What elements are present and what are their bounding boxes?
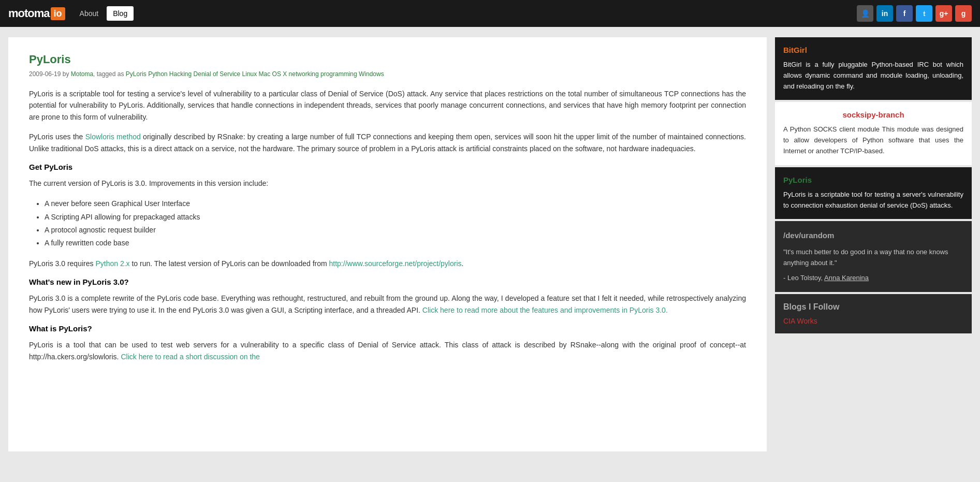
paragraph-1: PyLoris is a scriptable tool for testing… [29, 88, 746, 123]
widget-title-bitgirl: BitGirl [783, 46, 963, 54]
social-user-icon[interactable]: 👤 [857, 5, 873, 22]
social-facebook-icon[interactable]: f [896, 5, 913, 22]
paragraph-2: PyLoris uses the Slowloris method origin… [29, 131, 746, 154]
blogs-follow-title: Blogs I Follow [783, 302, 963, 312]
social-twitter-icon[interactable]: 𝔱 [916, 5, 932, 22]
social-linkedin-icon[interactable]: in [876, 5, 893, 22]
list-item: A protocol agnostic request builder [45, 224, 746, 237]
slowloris-read-link[interactable]: Click here to read a short discussion on… [121, 353, 259, 361]
post-meta: 2009-06-19 by Motoma, tagged as PyLoris … [29, 70, 746, 78]
social-icons: 👤 in f 𝔱 g+ g [857, 5, 972, 22]
widget-title-socksipy: socksipy-branch [783, 110, 963, 119]
sidebar-widget-devurandom: /dev/urandom "It's much better to do goo… [775, 221, 972, 291]
widget-body-bitgirl: BitGirl is a fully pluggable Python-base… [783, 60, 963, 92]
logo-text: motoma [8, 7, 50, 20]
post-body: PyLoris is a scriptable tool for testing… [29, 88, 746, 362]
header-left: motomaio About Blog [8, 6, 134, 21]
widget-body-socksipy: A Python SOCKS client module This module… [783, 124, 963, 156]
cia-works-link[interactable]: CIA Works [783, 317, 817, 325]
logo-area[interactable]: motomaio [8, 7, 65, 20]
section-get-pyloris: Get PyLoris [29, 163, 746, 171]
paragraph-4: PyLoris 3.0 requires Python 2.x to run. … [29, 258, 746, 269]
python-link[interactable]: Python 2.x [95, 259, 129, 268]
paragraph-5: PyLoris 3.0 is a complete rewrite of the… [29, 293, 746, 316]
features-link[interactable]: Click here to read more about the featur… [422, 306, 668, 314]
quote-author: - Leo Tolstoy, Anna Karenina [783, 273, 963, 284]
nav-blog[interactable]: Blog [107, 6, 134, 21]
widget-title-pyloris: PyLoris [783, 176, 963, 184]
social-gplus-icon[interactable]: g+ [935, 5, 952, 22]
sourceforge-link[interactable]: http://www.sourceforge.net/project/pylor… [329, 259, 462, 268]
logo-io: io [51, 7, 65, 20]
sidebar-widget-pyloris: PyLoris PyLoris is a scriptable tool for… [775, 167, 972, 220]
nav-about[interactable]: About [74, 6, 105, 21]
sidebar-widget-socksipy: socksipy-branch A Python SOCKS client mo… [775, 102, 972, 165]
widget-body-pyloris: PyLoris is a scriptable tool for testing… [783, 189, 963, 211]
social-gplus2-icon[interactable]: g [955, 5, 972, 22]
anna-karenina-link[interactable]: Anna Karenina [824, 274, 869, 282]
list-item: A Scripting API allowing for prepackaged… [45, 211, 746, 224]
content-area: PyLoris 2009-06-19 by Motoma, tagged as … [8, 37, 767, 451]
sidebar-widget-bitgirl: BitGirl BitGirl is a fully pluggable Pyt… [775, 37, 972, 100]
header: motomaio About Blog 👤 in f 𝔱 g+ g [0, 0, 980, 27]
sidebar: BitGirl BitGirl is a fully pluggable Pyt… [775, 37, 972, 451]
section-what-is: What is PyLoris? [29, 324, 746, 333]
sidebar-widget-blogs-follow: Blogs I Follow CIA Works [775, 294, 972, 333]
list-item: A fully rewritten code base [45, 237, 746, 250]
list-item: A never before seen Graphical User Inter… [45, 197, 746, 210]
slowloris-link[interactable]: Slowloris method [85, 133, 141, 141]
nav-links: About Blog [74, 6, 134, 21]
quote-text: "It's much better to do good in a way th… [783, 247, 963, 269]
section-whats-new: What's new in PyLoris 3.0? [29, 277, 746, 286]
post-title: PyLoris [29, 53, 746, 66]
paragraph-3: The current version of PyLoris is 3.0. I… [29, 178, 746, 189]
features-list: A never before seen Graphical User Inter… [45, 197, 746, 250]
main-container: PyLoris 2009-06-19 by Motoma, tagged as … [0, 27, 980, 462]
post-author-link[interactable]: Motoma [71, 70, 93, 78]
paragraph-6: PyLoris is a tool that can be used to te… [29, 339, 746, 362]
widget-title-devurandom: /dev/urandom [783, 229, 963, 242]
post-tags-link[interactable]: PyLoris Python Hacking Denial of Service… [126, 70, 384, 78]
